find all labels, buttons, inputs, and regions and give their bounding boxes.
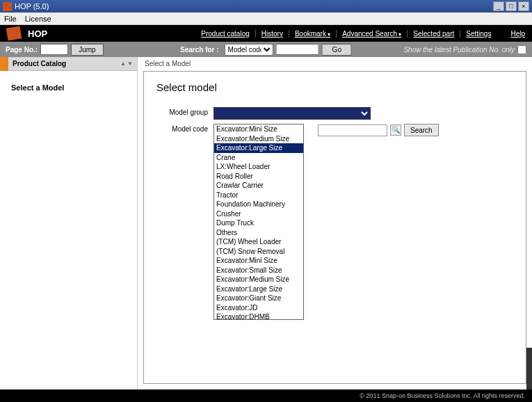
sidebar-item-select-model[interactable]: Select a Model [8,78,129,97]
page-no-input[interactable] [40,44,68,55]
dropdown-option[interactable]: Road Roller [214,172,303,182]
dropdown-option[interactable]: Crane [214,153,303,163]
brand-label: HOP [28,29,47,39]
dropdown-option[interactable]: Tractor [214,191,303,200]
search-for-label: Search for : [180,46,219,54]
content: Select a Model Select model Model group … [138,57,532,389]
searchbar: Page No.: Jump Search for : Model code G… [0,42,532,57]
sort-icons[interactable]: ▲ ▼ [120,61,133,67]
model-group-select[interactable] [213,107,371,120]
dropdown-option[interactable]: (TCM) Wheel Loader [214,237,303,247]
publication-note: Show the latest Publication No. only [403,46,515,54]
breadcrumb: Select a Model [138,57,532,70]
dropdown-option[interactable]: Crusher [214,209,303,219]
nav-settings[interactable]: Settings [460,30,497,38]
menubar: File License [0,13,532,25]
publication-checkbox[interactable] [517,45,526,54]
sidebar-title: Product Catalog [13,60,66,67]
model-group-dropdown[interactable]: Excavator:Mini SizeExcavator:Medium Size… [213,124,304,320]
dropdown-option[interactable]: Excavator:Medium Size [214,134,303,144]
nav-product-catalog[interactable]: Product catalog [195,30,256,38]
search-input[interactable] [276,44,319,55]
dropdown-option[interactable]: Others [214,228,303,238]
page-no-label: Page No.: [6,46,38,54]
dropdown-option[interactable]: Excavator:Mini Size [214,256,303,266]
window-title: HOP (5.0) [15,2,49,10]
main: Product Catalog ▲ ▼ Select a Model Selec… [0,57,532,389]
model-code-input[interactable] [318,124,387,136]
lookup-icon[interactable]: 🔍 [390,124,401,136]
footer: © 2011 Snap-on Business Solutions Inc. A… [0,389,532,402]
sidebar: Product Catalog ▲ ▼ Select a Model [0,57,138,389]
content-frame: Select model Model group Model code Exca… [143,71,526,384]
menu-file[interactable]: File [4,15,17,23]
dropdown-option[interactable]: Excavator:Mini Size [214,124,303,134]
nav-advanced-search[interactable]: Advanced Search [337,30,408,38]
close-button[interactable]: × [518,1,529,11]
nav-bookmark[interactable]: Bookmark [289,30,337,38]
dropdown-option[interactable]: LX:Wheel Loader [214,162,303,172]
sidebar-header: Product Catalog ▲ ▼ [0,57,137,71]
dropdown-option[interactable]: Foundation Machinery [214,200,303,209]
dropdown-option[interactable]: Dump Truck [214,218,303,228]
nav-history[interactable]: History [256,30,289,38]
brand-logo [6,26,22,40]
dropdown-option[interactable]: Crawlar Carrier [214,181,303,191]
topnav-links: Product catalog History Bookmark Advance… [195,30,497,38]
titlebar: HOP (5.0) _ □ × [0,0,532,13]
model-code-label: Model code [156,124,213,133]
dropdown-option[interactable]: Excavator:JD [214,303,303,313]
search-type-select[interactable]: Model code [225,44,273,56]
dropdown-option[interactable]: Excavator:Large Size [214,143,303,153]
menu-license[interactable]: License [25,15,51,23]
model-group-label: Model group [156,107,213,116]
app-icon [3,2,12,11]
collapse-tab-icon[interactable] [0,57,8,71]
dropdown-option[interactable]: Excavator:Giant Size [214,294,303,303]
dropdown-option[interactable]: Excavator:Large Size [214,284,303,294]
jump-button[interactable]: Jump [71,44,103,56]
topnav: HOP Product catalog History Bookmark Adv… [0,25,532,42]
dropdown-option[interactable]: Excavator:DHMB [214,312,303,320]
minimize-button[interactable]: _ [493,1,504,11]
go-button[interactable]: Go [322,44,352,56]
copyright: © 2011 Snap-on Business Solutions Inc. A… [360,392,525,399]
search-button[interactable]: Search [404,124,439,136]
dropdown-option[interactable]: Excavator:Medium Size [214,275,303,284]
page-title: Select model [156,81,513,93]
resize-handle[interactable] [526,348,532,389]
dropdown-option[interactable]: Excavator:Small Size [214,266,303,275]
dropdown-option[interactable]: (TCM) Snow Removal [214,247,303,257]
nav-help[interactable]: Help [510,30,525,38]
nav-selected-part[interactable]: Selected part [408,30,460,38]
maximize-button[interactable]: □ [506,1,517,11]
